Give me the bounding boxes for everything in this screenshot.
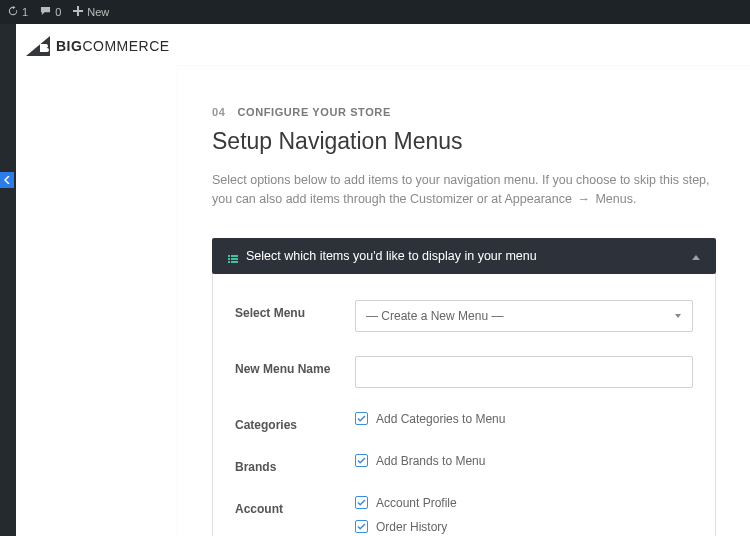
step-label: CONFIGURE YOUR STORE: [237, 106, 390, 118]
logo-mark-icon: [26, 36, 54, 56]
refresh-icon: [8, 6, 18, 18]
new-label: New: [87, 6, 109, 18]
svg-rect-1: [231, 255, 238, 257]
refresh-item[interactable]: 1: [8, 6, 28, 18]
accordion-title: Select which items you'd like to display…: [246, 249, 537, 263]
field-select-menu: Select Menu — Create a New Menu —: [235, 300, 693, 332]
collapse-sidebar-tab[interactable]: [0, 172, 14, 188]
checkbox-checked-icon: [355, 454, 368, 467]
checkbox-checked-icon: [355, 412, 368, 425]
wp-admin-bar: 1 0 New: [0, 0, 750, 24]
accordion-body: Select Menu — Create a New Menu — New Me…: [212, 274, 716, 536]
plus-icon: [73, 6, 83, 18]
accordion-header[interactable]: Select which items you'd like to display…: [212, 238, 716, 274]
bigcommerce-logo: BIGCOMMERCE: [26, 36, 740, 56]
categories-option-label: Add Categories to Menu: [376, 412, 505, 426]
comments-count: 0: [55, 6, 61, 18]
field-new-menu-name: New Menu Name: [235, 356, 693, 388]
logo-bar: BIGCOMMERCE: [16, 24, 750, 66]
comments-item[interactable]: 0: [40, 6, 61, 18]
logo-suffix: COMMERCE: [82, 38, 169, 54]
svg-rect-5: [231, 261, 238, 263]
new-item[interactable]: New: [73, 6, 109, 18]
select-menu-label: Select Menu: [235, 300, 355, 320]
account-label: Account: [235, 496, 355, 516]
page-description-suffix: Menus.: [592, 192, 636, 206]
account-profile-label: Account Profile: [376, 496, 457, 510]
step-number: 04: [212, 106, 225, 118]
svg-rect-2: [228, 258, 230, 260]
comment-icon: [40, 6, 51, 18]
select-menu-dropdown[interactable]: — Create a New Menu —: [355, 300, 693, 332]
refresh-count: 1: [22, 6, 28, 18]
page-surface: BIGCOMMERCE 04CONFIGURE YOUR STORE Setup…: [16, 24, 750, 536]
field-brands: Brands Add Brands to Menu: [235, 454, 693, 478]
brands-option-label: Add Brands to Menu: [376, 454, 485, 468]
order-history-option[interactable]: Order History: [355, 520, 693, 534]
field-categories: Categories Add Categories to Menu: [235, 412, 693, 436]
account-profile-option[interactable]: Account Profile: [355, 496, 693, 510]
field-account: Account Account Profile Orde: [235, 496, 693, 536]
logo-prefix: BIG: [56, 38, 82, 54]
page-description: Select options below to add items to you…: [212, 171, 716, 210]
brands-option[interactable]: Add Brands to Menu: [355, 454, 693, 468]
categories-label: Categories: [235, 412, 355, 432]
new-menu-name-input[interactable]: [355, 356, 693, 388]
order-history-label: Order History: [376, 520, 447, 534]
categories-option[interactable]: Add Categories to Menu: [355, 412, 693, 426]
arrow-right-icon: →: [577, 192, 590, 206]
brands-label: Brands: [235, 454, 355, 474]
checkbox-checked-icon: [355, 496, 368, 509]
svg-rect-3: [231, 258, 238, 260]
svg-rect-4: [228, 261, 230, 263]
outer-container: BIGCOMMERCE 04CONFIGURE YOUR STORE Setup…: [0, 24, 750, 536]
svg-rect-0: [228, 255, 230, 257]
list-bullet-icon: [228, 252, 236, 260]
checkbox-checked-icon: [355, 520, 368, 533]
page-title: Setup Navigation Menus: [212, 128, 716, 155]
chevron-up-icon: [692, 249, 700, 263]
step-eyebrow: 04CONFIGURE YOUR STORE: [212, 106, 716, 118]
new-menu-name-label: New Menu Name: [235, 356, 355, 376]
wizard-panel: 04CONFIGURE YOUR STORE Setup Navigation …: [178, 66, 750, 536]
